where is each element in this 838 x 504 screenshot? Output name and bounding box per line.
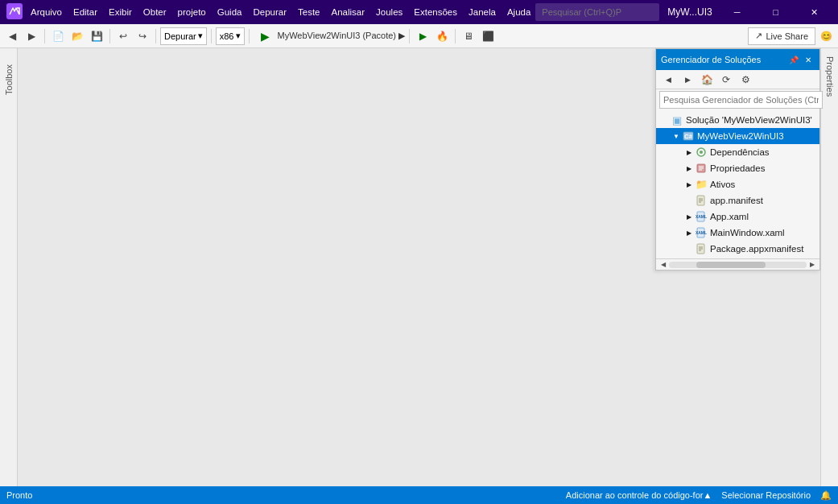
live-share-button[interactable]: ↗ Live Share xyxy=(748,27,815,45)
props-label: Propriedades xyxy=(710,163,765,173)
menu-editar[interactable]: Editar xyxy=(68,6,102,19)
menu-exibir[interactable]: Exibir xyxy=(104,6,137,19)
menu-projeto[interactable]: projeto xyxy=(173,6,211,19)
assets-label: Ativos xyxy=(710,180,735,189)
menu-analisar[interactable]: Analisar xyxy=(327,6,370,19)
arch-chevron: ▾ xyxy=(236,31,241,41)
svg-text:XAML: XAML xyxy=(696,230,707,235)
mainwindow-xaml-icon: XAML xyxy=(695,226,708,239)
debug-config-chevron: ▾ xyxy=(198,31,203,41)
se-refresh-button[interactable]: ⟳ xyxy=(717,71,735,89)
arch-label: x86 xyxy=(220,31,234,41)
bell-icon[interactable]: 🔔 xyxy=(820,490,832,501)
save-all-button[interactable]: 💾 xyxy=(88,27,105,45)
menu-obter[interactable]: Obter xyxy=(138,6,171,19)
props-expand-icon: ▶ xyxy=(683,163,695,174)
se-settings-button[interactable]: ⚙ xyxy=(737,71,754,89)
folder-icon: 📁 xyxy=(695,178,708,191)
title-bar: Arquivo Editar Exibir Obter projeto Guid… xyxy=(0,0,838,24)
assets-expand-icon: ▶ xyxy=(683,179,695,190)
se-tree: ▣ Solução 'MyWebView2WinUI3' ▼ C# MyWebV… xyxy=(656,110,819,258)
svg-text:C#: C# xyxy=(684,133,693,140)
status-text: Pronto xyxy=(6,490,32,500)
global-search-input[interactable] xyxy=(535,3,659,21)
menu-teste[interactable]: Teste xyxy=(293,6,325,19)
maximize-button[interactable]: □ xyxy=(758,0,795,24)
se-close-button[interactable]: ✕ xyxy=(802,53,815,66)
sep5 xyxy=(249,29,250,43)
run-alt-button[interactable]: ▶ xyxy=(414,27,431,45)
tree-item-assets[interactable]: ▶ 📁 Ativos xyxy=(656,176,819,192)
record-button[interactable]: ⬛ xyxy=(479,27,497,45)
feedback-button[interactable]: 😊 xyxy=(817,27,835,45)
tree-item-package-manifest[interactable]: Package.appxmanifest xyxy=(656,241,819,257)
toolbox-tab[interactable]: Toolbox xyxy=(0,48,18,486)
menu-ajuda[interactable]: Ajuda xyxy=(502,6,535,19)
deps-expand-icon: ▶ xyxy=(683,147,695,158)
forward-button[interactable]: ▶ xyxy=(23,27,40,45)
scroll-right-button[interactable]: ▶ xyxy=(807,259,818,271)
app-manifest-icon xyxy=(695,194,708,207)
live-share-icon: ↗ xyxy=(755,31,762,41)
tree-item-app-manifest[interactable]: app.manifest xyxy=(656,192,819,209)
menu-arquivo[interactable]: Arquivo xyxy=(26,6,67,19)
project-icon: C# xyxy=(682,130,695,143)
se-home-button[interactable]: 🏠 xyxy=(698,71,716,89)
scroll-left-button[interactable]: ◀ xyxy=(658,259,669,271)
menu-janela[interactable]: Janela xyxy=(464,6,501,19)
sep6 xyxy=(409,29,410,43)
undo-button[interactable]: ↩ xyxy=(114,27,132,45)
deps-label: Dependências xyxy=(710,147,770,157)
menu-joules[interactable]: Joules xyxy=(371,6,407,19)
solution-icon: ▣ xyxy=(671,114,683,126)
se-back-button[interactable]: ◀ xyxy=(659,71,677,89)
se-titlebar: Gerenciador de Soluções 📌 ✕ xyxy=(656,49,819,70)
open-button[interactable]: 📂 xyxy=(68,27,86,45)
redo-button[interactable]: ↪ xyxy=(134,27,151,45)
tree-item-properties[interactable]: ▶ Propriedades xyxy=(656,160,819,176)
package-manifest-icon xyxy=(695,242,708,255)
properties-tab[interactable]: Properties xyxy=(820,48,838,486)
toolbox-label: Toolbox xyxy=(4,64,14,95)
se-forward-button[interactable]: ▶ xyxy=(679,71,696,89)
sep4 xyxy=(211,29,212,43)
screen-button[interactable]: 🖥 xyxy=(460,27,477,45)
git-status[interactable]: Adicionar ao controle do código-for▲ xyxy=(566,490,712,500)
properties-label: Properties xyxy=(825,56,835,97)
sep1 xyxy=(44,29,45,43)
tree-item-solution[interactable]: ▣ Solução 'MyWebView2WinUI3' xyxy=(656,112,819,128)
debug-config-label: Depurar xyxy=(164,31,196,41)
minimize-button[interactable]: ─ xyxy=(719,0,756,24)
status-left: Pronto xyxy=(6,490,32,500)
app-xaml-expand-icon: ▶ xyxy=(683,211,695,222)
close-button[interactable]: ✕ xyxy=(796,0,833,24)
arch-dropdown[interactable]: x86 ▾ xyxy=(216,27,245,45)
debug-config-dropdown[interactable]: Depurar ▾ xyxy=(160,27,207,45)
back-button[interactable]: ◀ xyxy=(3,27,21,45)
vs-logo-icon xyxy=(6,3,23,22)
new-file-button[interactable]: 📄 xyxy=(49,27,67,45)
status-bar: Pronto Adicionar ao controle do código-f… xyxy=(0,486,838,504)
tree-item-project[interactable]: ▼ C# MyWebView2WinUI3 xyxy=(656,128,819,144)
package-expand-icon xyxy=(683,243,695,254)
se-search-input[interactable] xyxy=(659,91,823,109)
solution-explorer-panel: Gerenciador de Soluções 📌 ✕ ◀ ▶ 🏠 ⟳ ⚙ ▣ … xyxy=(655,48,820,271)
se-scrollbar: ◀ ▶ xyxy=(656,258,819,270)
run-button[interactable]: ▶ xyxy=(257,27,275,45)
window-title: MyW...UI3 xyxy=(667,6,712,18)
se-toolbar: ◀ ▶ 🏠 ⟳ ⚙ xyxy=(656,70,819,89)
fire-button[interactable]: 🔥 xyxy=(433,27,451,45)
menu-guida[interactable]: Guida xyxy=(213,6,247,19)
app-manifest-label: app.manifest xyxy=(710,196,763,205)
scroll-track[interactable] xyxy=(669,262,807,268)
tree-item-mainwindow-xaml[interactable]: ▶ XAML MainWindow.xaml xyxy=(656,225,819,241)
menu-depurar[interactable]: Depurar xyxy=(248,6,291,19)
se-pin-button[interactable]: 📌 xyxy=(787,53,800,66)
tree-item-app-xaml[interactable]: ▶ XAML App.xaml xyxy=(656,209,819,225)
svg-point-4 xyxy=(700,151,703,154)
menu-extensoes[interactable]: Extensões xyxy=(409,6,462,19)
status-right: Adicionar ao controle do código-for▲ Sel… xyxy=(566,490,832,501)
props-icon xyxy=(695,162,708,175)
repo-selector[interactable]: Selecionar Repositório xyxy=(721,490,811,500)
tree-item-dependencies[interactable]: ▶ Dependências xyxy=(656,144,819,160)
